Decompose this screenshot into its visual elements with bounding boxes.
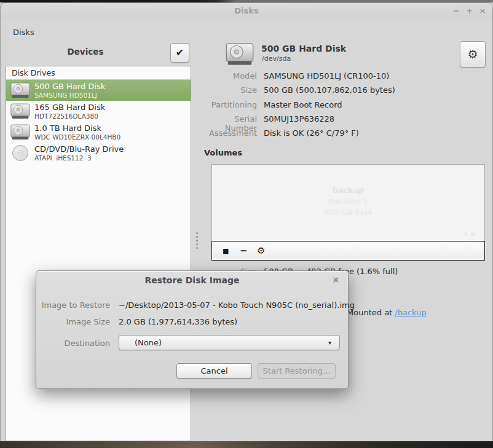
restore-disk-image-dialog: Restore Disk Image × Image to Restore ~/… <box>36 270 349 389</box>
device-subtitle: ATAPI iHES112 3 <box>34 154 188 162</box>
info-value: 500 GB (500,107,862,016 bytes) <box>264 85 395 95</box>
info-label: Assessment <box>203 128 257 138</box>
start-restoring-button[interactable]: Start Restoring... <box>258 363 336 379</box>
info-value: S0MUJ13P636228 <box>264 114 334 124</box>
volume-map[interactable]: backup Partition 1 500 GB Ext4 ★▶ <box>211 164 485 241</box>
close-button[interactable]: × <box>476 5 489 17</box>
pane-resize-grip[interactable] <box>196 232 199 251</box>
contents-mounted-row: Mounted at /backup <box>347 308 427 317</box>
device-row-optical[interactable]: CD/DVD/Blu-Ray Drive ATAPI iHES112 3 <box>6 143 191 163</box>
desktop-bottom-edge <box>0 441 493 448</box>
device-row-165gb[interactable]: 165 GB Hard Disk HDT722516DLA380 <box>6 101 191 122</box>
device-title: CD/DVD/Blu-Ray Drive <box>34 144 188 154</box>
dialog-title: Restore Disk Image <box>36 275 348 285</box>
hard-disk-icon <box>10 103 30 120</box>
destination-dropdown[interactable]: (None) ▾ <box>119 335 340 350</box>
device-title: 165 GB Hard Disk <box>34 103 188 112</box>
delete-partition-icon[interactable]: − <box>240 245 257 256</box>
volumes-header: Volumes <box>204 148 242 157</box>
drive-title: 500 GB Hard Disk <box>261 44 346 53</box>
screen: Disks − + × Disks Devices ✔ Disk Drives <box>0 0 493 448</box>
image-size-row: Image Size 2.0 GB (1,977,614,336 bytes) <box>41 317 342 326</box>
info-value: Master Boot Record <box>264 100 342 109</box>
info-label: Size <box>203 85 257 95</box>
partition-size: 500 GB Ext4 <box>212 207 484 218</box>
field-label: Image to Restore <box>41 301 110 310</box>
cancel-button[interactable]: Cancel <box>176 363 252 379</box>
device-subtitle: HDT722516DLA380 <box>34 112 188 120</box>
dialog-close-icon[interactable]: × <box>332 275 339 285</box>
info-row-serial: Serial Number S0MUJ13P636228 <box>203 114 486 127</box>
drive-actions-button[interactable]: ⚙ <box>460 41 486 68</box>
destination-selected-value: (None) <box>135 338 162 347</box>
unmount-icon[interactable]: ■ <box>223 247 240 255</box>
partition-label: Partition 1 <box>212 196 484 207</box>
device-row-500gb[interactable]: 500 GB Hard Disk SAMSUNG HD501LJ <box>6 80 191 101</box>
hard-disk-icon <box>226 42 254 67</box>
optical-disc-icon <box>12 144 29 162</box>
titlebar[interactable]: Disks − + × <box>1 3 492 19</box>
field-label: Image Size <box>41 317 110 326</box>
hard-disk-icon <box>10 82 30 99</box>
destination-label: Destination <box>41 339 110 348</box>
device-row-1tb[interactable]: 1.0 TB Hard Disk WDC WD10EZRX-00L4HB0 <box>6 122 191 143</box>
device-title: 500 GB Hard Disk <box>34 82 188 92</box>
mounted-at-link[interactable]: /backup <box>395 308 426 317</box>
chevron-down-icon: ▾ <box>328 336 331 350</box>
check-icon: ✔ <box>176 47 184 58</box>
window-title: Disks <box>1 6 492 15</box>
image-path-value: ~/Desktop/2013-05-07 - Kobo Touch N905C … <box>119 301 355 310</box>
info-value: SAMSUNG HD501LJ (CR100-10) <box>264 71 389 81</box>
info-row-partitioning: Partitioning Master Boot Record <box>203 100 486 112</box>
maximize-button[interactable]: + <box>463 5 476 17</box>
info-row-model: Model SAMSUNG HD501LJ (CR100-10) <box>203 71 486 84</box>
devices-header: Devices <box>6 47 165 57</box>
partition-info: backup Partition 1 500 GB Ext4 <box>212 185 484 218</box>
hard-disk-icon <box>10 124 30 141</box>
device-subtitle: WDC WD10EZRX-00L4HB0 <box>34 133 188 141</box>
minimize-button[interactable]: − <box>449 5 463 17</box>
mounted-indicator-icons: ★▶ <box>463 230 479 238</box>
info-value: Disk is OK (26° C/79° F) <box>264 128 359 138</box>
gear-icon: ⚙ <box>467 47 478 61</box>
info-label: Partitioning <box>203 100 257 109</box>
image-size-value: 2.0 GB (1,977,614,336 bytes) <box>119 317 237 326</box>
more-actions-gear-icon[interactable]: ⚙ <box>257 245 274 256</box>
device-list-header: Disk Drives <box>6 66 191 80</box>
volume-toolbar: ■ − ⚙ <box>211 241 485 261</box>
drive-device-path: /dev/sda <box>262 55 291 63</box>
device-subtitle: SAMSUNG HD501LJ <box>34 92 188 99</box>
image-to-restore-row: Image to Restore ~/Desktop/2013-05-07 - … <box>41 301 342 310</box>
partition-name: backup <box>212 185 484 196</box>
info-row-assessment: Assessment Disk is OK (26° C/79° F) <box>203 128 486 141</box>
menu-disks[interactable]: Disks <box>12 26 36 39</box>
device-title: 1.0 TB Hard Disk <box>34 124 188 133</box>
selection-mode-button[interactable]: ✔ <box>170 43 189 63</box>
info-row-size: Size 500 GB (500,107,862,016 bytes) <box>203 85 486 98</box>
info-label: Model <box>203 71 257 81</box>
